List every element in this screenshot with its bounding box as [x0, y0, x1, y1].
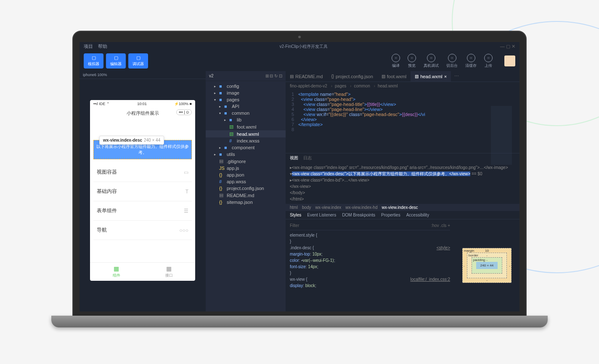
dom-path-segment[interactable]: wx-view.index-desc [382, 205, 418, 210]
tree-item[interactable]: ▸■image [206, 90, 286, 96]
inspect-tooltip: wx-view.index-desc240 × 44 [99, 136, 164, 145]
menu-project[interactable]: 项目 [84, 43, 93, 50]
tree-item[interactable]: #index.wxss [206, 137, 286, 144]
file-explorer: v2 ⊞ ⊟ ↻ ⊡ ▸■config▸■image▾■pages▸■API▾■… [206, 71, 286, 311]
tree-item[interactable]: JSapp.js [206, 165, 286, 171]
phone-item-3[interactable]: 导航○○○ [93, 221, 192, 240]
action-4[interactable]: ○清缓存 [465, 54, 477, 69]
menu-help[interactable]: 帮助 [98, 43, 107, 50]
dom-path-segment[interactable]: body [302, 205, 311, 210]
elements-panel[interactable]: ▸<wx-image class="index-logo" src="../re… [286, 163, 519, 204]
phone-tab-1[interactable]: ▦接口 [143, 263, 195, 281]
styles-filter[interactable]: Filter [290, 222, 299, 229]
editor-area: ▤README.md{}project.config.json▧foot.wxm… [286, 71, 519, 311]
action-3[interactable]: ○切后台 [446, 54, 458, 69]
dom-path-segment[interactable]: wx-view.index [315, 205, 342, 210]
mode-1[interactable]: ▢编辑器 [106, 53, 126, 69]
app-title: 小程序组件展示 [127, 111, 159, 116]
dt-subtab[interactable]: Event Listeners [307, 213, 336, 217]
window-title: v2-FinClip小程序开发工具 [279, 44, 328, 50]
devtools: 视图日志 ▸<wx-image class="index-logo" src="… [286, 153, 519, 311]
editor-tab[interactable]: ▧foot.wxml [377, 71, 411, 82]
box-model: margin 10 - - - border - padding - 240 ×… [454, 219, 519, 311]
tree-item[interactable]: ▾■pages [206, 96, 286, 103]
mode-2[interactable]: ▢调试器 [128, 53, 148, 69]
dt-subtab[interactable]: Properties [381, 213, 400, 217]
status-signal: ••ıl IDE ⌃ [93, 102, 110, 106]
explorer-actions[interactable]: ⊞ ⊟ ↻ ⊡ [265, 74, 282, 78]
toolbar: ▢模拟器▢编辑器▢调试器 ○编译○预览○真机调试○切后台○清缓存○上传 [80, 51, 519, 71]
tree-item[interactable]: ▤README.md [206, 192, 286, 199]
action-5[interactable]: ○上传 [484, 54, 493, 69]
ide-window: 项目 帮助 v2-FinClip小程序开发工具 — ▢ ✕ ▢模拟器▢编辑器▢调… [80, 42, 519, 311]
dom-path-segment[interactable]: html [290, 205, 298, 210]
phone-preview: ••ıl IDE ⌃ 10:01 ⚡100% ■ 小程序组件展示 ••• | ⊙… [90, 100, 195, 281]
tree-item[interactable]: ▸■component [206, 144, 286, 151]
editor-tab[interactable]: ▧head.wxml× [411, 71, 451, 82]
tree-item[interactable]: ▸■API [206, 103, 286, 110]
tree-item[interactable]: ▸■utils [206, 151, 286, 158]
dom-path-segment[interactable]: wx-view.index-hd [345, 205, 377, 210]
dt-subtab[interactable]: Accessibility [406, 213, 429, 217]
tree-item[interactable]: ▸■config [206, 83, 286, 90]
phone-tab-0[interactable]: ▦组件 [90, 263, 143, 281]
phone-item-0[interactable]: 视图容器▭ [93, 163, 192, 182]
device-info[interactable]: iphone6 100% [80, 71, 206, 79]
tree-item[interactable]: ▸■lib [206, 116, 286, 123]
tree-item[interactable]: {}app.json [206, 171, 286, 178]
editor-tab[interactable]: {}project.config.json [327, 71, 377, 82]
dt-toptab[interactable]: 视图 [290, 155, 298, 161]
status-time: 10:01 [137, 102, 147, 106]
tree-item[interactable]: ▧foot.wxml [206, 123, 286, 130]
code-editor[interactable]: 1<template name="head">2 <view class="pa… [286, 90, 519, 153]
titlebar: 项目 帮助 v2-FinClip小程序开发工具 — ▢ ✕ [80, 42, 519, 51]
window-controls[interactable]: — ▢ ✕ [500, 44, 515, 49]
tree-item[interactable]: ▤.gitignore [206, 158, 286, 165]
laptop-frame: 项目 帮助 v2-FinClip小程序开发工具 — ▢ ✕ ▢模拟器▢编辑器▢调… [72, 31, 527, 333]
dt-toptab[interactable]: 日志 [303, 155, 312, 161]
phone-item-1[interactable]: 基础内容T [93, 182, 192, 201]
editor-tab[interactable]: ▤README.md [286, 71, 327, 82]
action-2[interactable]: ○真机调试 [424, 54, 439, 69]
tree-item[interactable]: {}sitemap.json [206, 199, 286, 206]
tree-item[interactable]: #app.wxss [206, 178, 286, 185]
breadcrumb[interactable]: fino-applet-demo-v2pagescommonhead.wxml [286, 82, 519, 90]
styles-toggles[interactable]: :hov .cls + [431, 222, 450, 229]
tab-overflow[interactable]: ⋯ [451, 71, 462, 82]
dt-subtab[interactable]: DOM Breakpoints [342, 213, 375, 217]
action-0[interactable]: ○编译 [392, 54, 400, 69]
action-1[interactable]: ○预览 [408, 54, 416, 69]
dt-subtab[interactable]: Styles [290, 213, 301, 217]
tree-item[interactable]: {}project.config.json [206, 185, 286, 192]
dom-path[interactable]: htmlbodywx-view.indexwx-view.index-hdwx-… [286, 204, 519, 211]
simulator-panel: iphone6 100% ••ıl IDE ⌃ 10:01 ⚡100% ■ 小程… [80, 71, 206, 311]
project-root[interactable]: v2 [209, 74, 214, 78]
mode-0[interactable]: ▢模拟器 [84, 53, 103, 69]
styles-panel[interactable]: Filter :hov .cls + element.style {}.inde… [286, 219, 454, 311]
status-battery: ⚡100% ■ [174, 102, 192, 106]
phone-item-2[interactable]: 表单组件☰ [93, 201, 192, 221]
tree-item[interactable]: ▾■common [206, 110, 286, 116]
user-avatar[interactable] [504, 55, 515, 66]
capsule-menu[interactable]: ••• | ⊙ [176, 109, 192, 115]
tree-item[interactable]: ▧head.wxml [206, 130, 286, 137]
